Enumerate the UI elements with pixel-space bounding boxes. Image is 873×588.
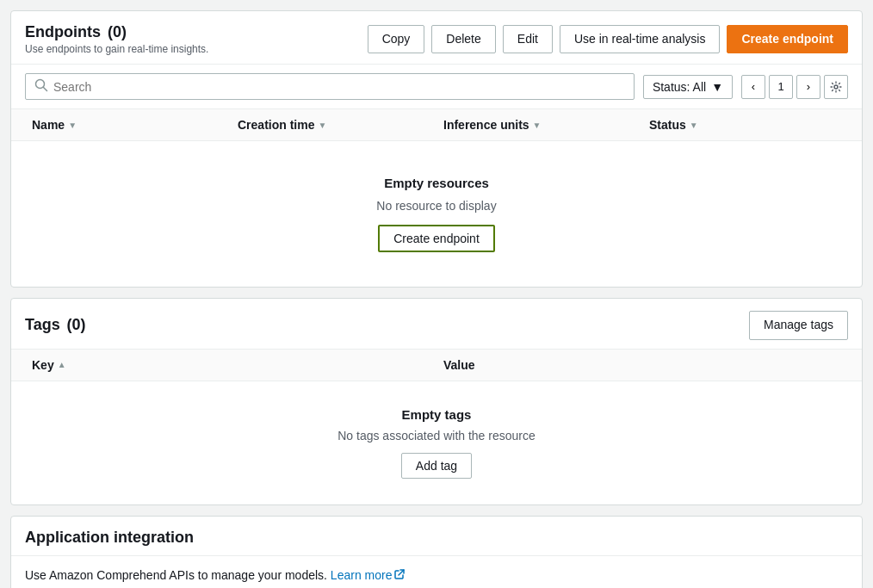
sort-icon-inference: ▼ xyxy=(533,121,542,130)
delete-button[interactable]: Delete xyxy=(431,25,495,54)
search-filter-row: Status: All ▼ ‹ 1 › xyxy=(11,65,862,109)
column-header-creation-time[interactable]: Creation time ▼ xyxy=(231,109,436,140)
column-header-value[interactable]: Value xyxy=(436,350,848,381)
tags-table-header: Key ▲ Value xyxy=(11,350,862,381)
prev-page-button[interactable]: ‹ xyxy=(741,75,765,99)
column-header-name[interactable]: Name ▼ xyxy=(25,109,231,140)
search-icon xyxy=(34,78,48,95)
learn-more-link[interactable]: Learn more xyxy=(331,568,406,582)
copy-button[interactable]: Copy xyxy=(368,25,425,54)
sort-icon-status: ▼ xyxy=(690,121,698,130)
status-filter-label: Status: All xyxy=(653,80,706,94)
add-tag-button[interactable]: Add tag xyxy=(401,453,472,479)
svg-point-2 xyxy=(834,85,838,89)
application-integration-body: Use Amazon Comprehend APIs to manage you… xyxy=(11,556,862,588)
edit-button[interactable]: Edit xyxy=(503,25,553,54)
tags-empty-description: No tags associated with the resource xyxy=(337,429,536,443)
column-header-key[interactable]: Key ▲ xyxy=(25,350,436,381)
svg-line-1 xyxy=(44,88,47,91)
endpoints-section: Endpoints (0) Use endpoints to gain real… xyxy=(10,10,863,288)
status-filter[interactable]: Status: All ▼ xyxy=(643,75,733,99)
status-filter-chevron-icon: ▼ xyxy=(711,80,723,94)
search-wrapper xyxy=(25,73,635,100)
sort-icon-creation: ▼ xyxy=(318,121,326,130)
application-integration-section: Application integration Use Amazon Compr… xyxy=(10,516,863,588)
column-header-status[interactable]: Status ▼ xyxy=(642,109,848,140)
tags-section: Tags (0) Manage tags Key ▲ Value Empty t… xyxy=(10,298,863,505)
endpoints-actions: Copy Delete Edit Use in real-time analys… xyxy=(368,25,848,54)
endpoints-title-area: Endpoints (0) Use endpoints to gain real… xyxy=(25,23,208,55)
pagination-controls: ‹ 1 › xyxy=(741,75,848,99)
empty-title: Empty resources xyxy=(384,176,489,190)
next-page-button[interactable]: › xyxy=(796,75,820,99)
create-endpoint-empty-button[interactable]: Create endpoint xyxy=(378,225,495,252)
manage-tags-button[interactable]: Manage tags xyxy=(749,311,848,340)
tags-header: Tags (0) Manage tags xyxy=(11,299,862,350)
search-input[interactable] xyxy=(53,80,625,94)
table-settings-button[interactable] xyxy=(824,75,848,99)
external-link-icon xyxy=(394,569,405,581)
current-page: 1 xyxy=(769,75,793,99)
application-integration-title: Application integration xyxy=(25,529,848,547)
tags-empty-title: Empty tags xyxy=(402,407,472,422)
endpoints-subtitle: Use endpoints to gain real-time insights… xyxy=(25,43,208,55)
endpoints-title: Endpoints (0) xyxy=(25,23,208,41)
sort-icon-key: ▲ xyxy=(58,360,66,369)
tags-empty-state: Empty tags No tags associated with the r… xyxy=(11,381,862,504)
sort-icon-name: ▼ xyxy=(68,121,77,130)
tags-title-area: Tags (0) xyxy=(25,316,86,334)
endpoints-header: Endpoints (0) Use endpoints to gain real… xyxy=(11,11,862,65)
empty-description: No resource to display xyxy=(376,199,496,213)
application-integration-description: Use Amazon Comprehend APIs to manage you… xyxy=(25,568,327,582)
table-header: Name ▼ Creation time ▼ Inference units ▼… xyxy=(11,109,862,141)
column-header-inference-units[interactable]: Inference units ▼ xyxy=(436,109,642,140)
endpoints-empty-state: Empty resources No resource to display C… xyxy=(11,141,862,287)
application-integration-header: Application integration xyxy=(11,517,862,556)
create-endpoint-button[interactable]: Create endpoint xyxy=(727,25,848,54)
use-in-realtime-button[interactable]: Use in real-time analysis xyxy=(560,25,721,54)
